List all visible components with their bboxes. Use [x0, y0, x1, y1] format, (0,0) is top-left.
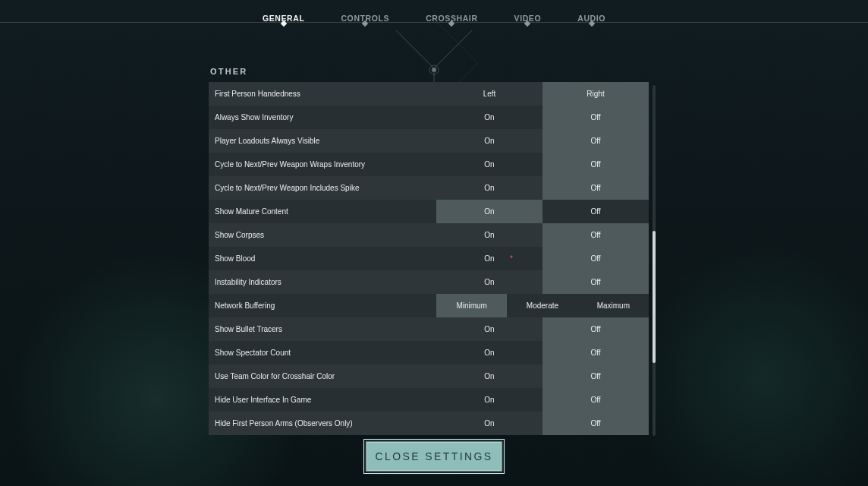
setting-options: OnOff	[436, 412, 649, 435]
setting-label: Instability Indicators	[209, 270, 436, 294]
setting-option[interactable]: On	[436, 129, 542, 153]
setting-label: Cycle to Next/Prev Weapon Includes Spike	[209, 176, 436, 200]
setting-option[interactable]: Moderate	[507, 294, 577, 317]
setting-option[interactable]: On	[436, 223, 542, 247]
settings-row: Cycle to Next/Prev Weapon Includes Spike…	[209, 176, 649, 200]
setting-label: Network Buffering	[209, 294, 436, 317]
setting-option[interactable]: Off	[542, 388, 649, 412]
setting-label: Player Loadouts Always Visible	[209, 129, 436, 153]
setting-options: OnOff	[436, 153, 649, 176]
setting-options: OnOff	[436, 176, 649, 200]
setting-options: LeftRight	[436, 82, 649, 106]
setting-option[interactable]: Off	[542, 223, 649, 247]
settings-row: Show Spectator CountOnOff	[209, 341, 649, 364]
setting-options: OnOff	[436, 129, 649, 153]
setting-label: Show Spectator Count	[209, 341, 436, 364]
settings-row: Network BufferingMinimumModerateMaximum	[209, 294, 649, 317]
setting-options: MinimumModerateMaximum	[436, 294, 649, 317]
setting-option[interactable]: On	[436, 106, 542, 129]
setting-label: Hide User Interface In Game	[209, 388, 436, 412]
section-title: OTHER	[209, 67, 649, 82]
setting-label: Cycle to Next/Prev Weapon Wraps Inventor…	[209, 153, 436, 176]
setting-label: Always Show Inventory	[209, 106, 436, 129]
setting-option[interactable]: On	[436, 341, 542, 364]
settings-row: Hide First Person Arms (Observers Only)O…	[209, 412, 649, 435]
tab-crosshair[interactable]: CROSSHAIR	[426, 0, 477, 23]
setting-option[interactable]: On	[436, 412, 542, 435]
setting-option[interactable]: On	[436, 388, 542, 412]
scrollbar-track[interactable]	[653, 85, 656, 436]
setting-label: Show Mature Content	[209, 200, 436, 223]
settings-row: Cycle to Next/Prev Weapon Wraps Inventor…	[209, 153, 649, 176]
setting-option[interactable]: On*	[436, 247, 542, 270]
setting-option[interactable]: On	[436, 176, 542, 200]
setting-options: OnOff	[436, 106, 649, 129]
setting-label: Show Corpses	[209, 223, 436, 247]
settings-row: Show Mature ContentOnOff	[209, 200, 649, 223]
setting-options: OnOff	[436, 388, 649, 412]
setting-label: Show Bullet Tracers	[209, 317, 436, 341]
setting-option[interactable]: On	[436, 153, 542, 176]
settings-row: Use Team Color for Crosshair ColorOnOff	[209, 364, 649, 388]
settings-row: First Person HandednessLeftRight	[209, 82, 649, 106]
settings-row: Hide User Interface In GameOnOff	[209, 388, 649, 412]
setting-option[interactable]: Off	[542, 106, 649, 129]
setting-label: Use Team Color for Crosshair Color	[209, 364, 436, 388]
setting-option[interactable]: Off	[542, 364, 649, 388]
setting-options: On*Off	[436, 247, 649, 270]
setting-option[interactable]: Left	[436, 82, 542, 106]
settings-tabs: GENERAL CONTROLS CROSSHAIR VIDEO AUDIO	[0, 0, 868, 23]
asterisk-icon: *	[510, 254, 513, 263]
setting-option[interactable]: Right	[542, 82, 649, 106]
settings-panel: OTHER First Person HandednessLeftRightAl…	[209, 67, 649, 436]
setting-options: OnOff	[436, 200, 649, 223]
scrollbar-thumb[interactable]	[653, 231, 656, 363]
close-button-label: CLOSE SETTINGS	[376, 450, 493, 462]
close-settings-button[interactable]: CLOSE SETTINGS	[366, 441, 502, 472]
setting-option[interactable]: Off	[542, 341, 649, 364]
settings-row: Show Bullet TracersOnOff	[209, 317, 649, 341]
setting-option[interactable]: On	[436, 364, 542, 388]
setting-option[interactable]: Off	[542, 200, 649, 223]
tab-controls[interactable]: CONTROLS	[341, 0, 389, 23]
setting-label: First Person Handedness	[209, 82, 436, 106]
setting-option[interactable]: Minimum	[436, 294, 507, 317]
settings-row: Show CorpsesOnOff	[209, 223, 649, 247]
settings-row: Player Loadouts Always VisibleOnOff	[209, 129, 649, 153]
setting-option[interactable]: On	[436, 200, 542, 223]
setting-option[interactable]: Off	[542, 412, 649, 435]
settings-row: Show BloodOn*Off	[209, 247, 649, 270]
setting-option[interactable]: Maximum	[578, 294, 649, 317]
tab-general[interactable]: GENERAL	[263, 0, 305, 23]
setting-options: OnOff	[436, 341, 649, 364]
settings-row: Always Show InventoryOnOff	[209, 106, 649, 129]
settings-rows: First Person HandednessLeftRightAlways S…	[209, 82, 649, 435]
setting-option[interactable]: On	[436, 270, 542, 294]
setting-options: OnOff	[436, 364, 649, 388]
setting-option[interactable]: Off	[542, 176, 649, 200]
setting-option[interactable]: Off	[542, 270, 649, 294]
setting-options: OnOff	[436, 223, 649, 247]
setting-options: OnOff	[436, 270, 649, 294]
setting-option[interactable]: Off	[542, 317, 649, 341]
setting-option[interactable]: Off	[542, 153, 649, 176]
setting-label: Hide First Person Arms (Observers Only)	[209, 412, 436, 435]
setting-label: Show Blood	[209, 247, 436, 270]
tab-audio[interactable]: AUDIO	[577, 0, 605, 23]
tab-video[interactable]: VIDEO	[514, 0, 542, 23]
setting-option[interactable]: Off	[542, 129, 649, 153]
setting-option[interactable]: Off	[542, 247, 649, 270]
setting-option[interactable]: On	[436, 317, 542, 341]
settings-row: Instability IndicatorsOnOff	[209, 270, 649, 294]
setting-options: OnOff	[436, 317, 649, 341]
